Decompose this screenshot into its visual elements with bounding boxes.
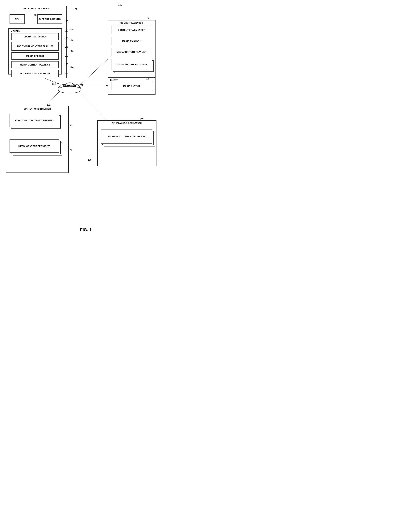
ref-102: 102 xyxy=(74,8,77,11)
media-splicer-label: MEDIA SPLICER xyxy=(26,55,44,57)
media-content-playlist-cp-label: MEDIA CONTENT PLAYLIST xyxy=(117,51,147,53)
splicing-decision-server-label: SPLICING DECISION SERVER xyxy=(112,122,142,125)
network-container: NETWORK xyxy=(56,79,83,95)
additional-content-playlists-container: ADDITIONAL CONTENT PLAYLISTS xyxy=(101,130,152,151)
content-origin-server-label: CONTENT ORIGIN SERVER xyxy=(24,108,51,110)
ref-110: 110 xyxy=(64,20,68,23)
ref-134: 134 xyxy=(68,124,72,127)
media-splicer-server-label: MEDIA SPLICER SERVER xyxy=(24,7,49,10)
ref-118-bottom: 118 xyxy=(88,158,92,161)
ref-103: 103 xyxy=(145,17,149,20)
media-content-playlist-mem-box: MEDIA CONTENT PLAYLIST xyxy=(12,61,59,68)
client-label: CLIENT xyxy=(110,79,118,81)
ref-132: 132 xyxy=(47,103,50,106)
media-content-segments-cp-label: MEDIA CONTENT SEGMENTS xyxy=(116,63,148,66)
media-splicer-box: MEDIA SPLICER xyxy=(12,52,59,60)
ref-118: 118 xyxy=(64,45,68,48)
ref-116: 116 xyxy=(70,39,74,42)
additional-content-segments-label: ADDITIONAL CONTENT SEGMENTS xyxy=(15,119,54,122)
ref-124-top: 124 xyxy=(70,66,74,69)
media-content-box: MEDIA CONTENT xyxy=(111,37,152,45)
ref-126-cp: 126 xyxy=(70,50,74,53)
additional-content-segments-container: ADDITIONAL CONTENT SEGMENTS xyxy=(10,114,59,133)
cpu-label: CPU xyxy=(15,18,20,20)
ref-128: 128 xyxy=(64,72,68,74)
operating-system-box: OPERATING SYSTEM xyxy=(12,33,59,40)
additional-content-playlist-label: ADDITIONAL CONTENT PLAYLIST xyxy=(17,45,54,48)
memory-label: MEMORY xyxy=(11,30,20,32)
ref-107: 107 xyxy=(140,118,143,121)
ref-126: 126 xyxy=(64,63,68,66)
media-content-playlist-cp-box: MEDIA CONTENT PLAYLIST xyxy=(111,48,152,56)
media-content-segments-cp-container: MEDIA CONTENT SEGMENTS xyxy=(111,59,152,74)
media-content-playlist-mem-label: MEDIA CONTENT PLAYLIST xyxy=(20,63,50,66)
operating-system-label: OPERATING SYSTEM xyxy=(24,35,47,38)
ref-122: 122 xyxy=(64,54,68,57)
support-circuits-label: SUPPORT CIRCUITS xyxy=(38,18,61,20)
media-player-box: MEDIA PLAYER xyxy=(111,82,152,90)
ref-104: 104 xyxy=(52,83,56,86)
modified-media-playlist-box: MODIFIED MEDIA PLAYLIST xyxy=(12,70,59,77)
ref-130: 130 xyxy=(105,85,108,88)
media-player-label: MEDIA PLAYER xyxy=(123,85,140,87)
media-content-segments-cos-container: MEDIA CONTENT SEGMENTS xyxy=(10,139,59,158)
additional-content-playlist-box: ADDITIONAL CONTENT PLAYLIST xyxy=(12,42,59,51)
content-fragmentor-label: CONTENT FRAGMENTOR xyxy=(118,29,145,31)
media-content-segments-cos-label: MEDIA CONTENT SEGMENTS xyxy=(18,145,50,147)
modified-media-playlist-label: MODIFIED MEDIA PLAYLIST xyxy=(20,72,50,75)
ref-112: 112 xyxy=(64,30,68,32)
ref-120: 120 xyxy=(70,28,74,31)
svg-line-11 xyxy=(80,56,111,85)
content-packager-label: CONTENT PACKAGER xyxy=(120,22,143,24)
content-fragmentor-box: CONTENT FRAGMENTOR xyxy=(111,26,152,34)
figure-label: FIG. 1 xyxy=(0,227,172,232)
ref-100: 100 xyxy=(118,3,122,6)
support-circuits-box: SUPPORT CIRCUITS xyxy=(37,14,62,24)
ref-106: 106 xyxy=(145,77,149,80)
cpu-box: CPU xyxy=(10,14,25,24)
diagram: 100 MEDIA SPLICER SERVER 102 CPU 108 SUP… xyxy=(0,0,172,225)
ref-124-bottom: 124 xyxy=(68,149,72,152)
additional-content-playlists-label: ADDITIONAL CONTENT PLAYLISTS xyxy=(107,135,146,138)
media-content-label: MEDIA CONTENT xyxy=(122,39,141,42)
ref-114: 114 xyxy=(64,37,68,39)
network-label: NETWORK xyxy=(56,85,83,88)
